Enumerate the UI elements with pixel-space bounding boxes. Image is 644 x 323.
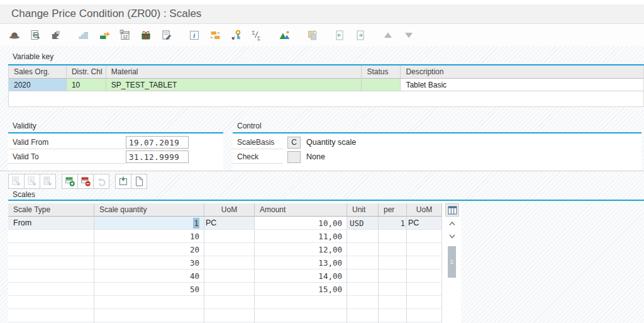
column-header-scale-quantity[interactable]: Scale quantity (94, 203, 204, 217)
distr-chl-value[interactable]: 10 (67, 79, 106, 91)
empty-cell[interactable] (255, 296, 347, 309)
next-record-button[interactable] (354, 29, 367, 42)
scale-quantity-cell[interactable]: 40 (94, 269, 204, 283)
empty-cell[interactable] (407, 296, 442, 309)
condition-key-button[interactable] (230, 29, 242, 42)
texts-button[interactable] (160, 29, 173, 42)
uom-cell[interactable] (204, 269, 255, 283)
column-header-per-uom[interactable]: UoM (407, 203, 442, 217)
per-cell[interactable]: 1 (379, 217, 407, 230)
delete-line-button[interactable] (77, 174, 94, 189)
select-block-button[interactable] (24, 174, 40, 189)
scalebasis-code-box[interactable]: C (287, 137, 301, 149)
table-scroll-up-button[interactable] (445, 217, 459, 230)
empty-cell[interactable] (204, 309, 255, 322)
scale-type-cell[interactable]: From (8, 217, 94, 230)
per-cell[interactable] (379, 283, 407, 296)
analysis-button[interactable] (278, 29, 291, 42)
column-header-unit[interactable]: Unit (347, 203, 379, 217)
key-combination-button[interactable] (209, 29, 221, 42)
empty-cell[interactable] (347, 309, 379, 322)
display-change-button[interactable] (8, 29, 21, 42)
valid-to-field[interactable] (126, 150, 189, 163)
per-uom-cell[interactable] (407, 283, 442, 296)
scales-button[interactable] (77, 29, 90, 42)
copy-condition-button[interactable] (306, 29, 318, 42)
scale-quantity-cell[interactable]: 50 (94, 283, 204, 296)
copy-lines-button[interactable] (115, 174, 131, 189)
per-uom-cell[interactable] (407, 256, 442, 269)
empty-cell[interactable] (255, 309, 347, 322)
table-scrollbar-thumb[interactable] (448, 246, 456, 278)
unit-cell[interactable] (347, 256, 379, 269)
empty-cell[interactable] (94, 296, 204, 309)
per-uom-cell[interactable] (407, 243, 442, 256)
empty-cell[interactable] (379, 296, 407, 309)
table-settings-button[interactable] (445, 203, 459, 217)
previous-record-button[interactable] (333, 29, 346, 42)
supplement-condition-button[interactable] (50, 29, 62, 42)
valid-from-field[interactable] (126, 136, 189, 149)
cumulative-values-button[interactable]: Σ Σ (250, 29, 263, 42)
select-entries-button[interactable] (8, 174, 25, 189)
empty-cell[interactable] (407, 309, 442, 322)
undo-button[interactable] (93, 174, 109, 189)
per-uom-cell[interactable]: PC (407, 217, 442, 230)
per-uom-cell[interactable] (407, 269, 442, 283)
column-header-amount[interactable]: Amount (255, 203, 347, 217)
select-all-button[interactable] (40, 174, 56, 189)
unit-cell[interactable] (347, 243, 379, 256)
material-value[interactable]: SP_TEST_TABLET (106, 79, 362, 91)
free-goods-button[interactable] (140, 29, 152, 42)
scale-quantity-cell[interactable]: 10 (94, 230, 204, 243)
empty-cell[interactable] (8, 296, 94, 309)
column-header-uom[interactable]: UoM (204, 203, 255, 217)
amount-cell[interactable]: 13,00 (255, 256, 347, 269)
amount-cell[interactable]: 14,00 (255, 269, 347, 283)
empty-cell[interactable] (8, 309, 94, 322)
status-value[interactable] (362, 79, 401, 91)
sales-org-value[interactable]: 2020 (9, 79, 67, 91)
scroll-down-button[interactable] (402, 29, 415, 42)
scale-type-cell[interactable] (8, 230, 94, 243)
unit-cell[interactable]: USD (347, 217, 379, 230)
check-code-box[interactable] (287, 151, 301, 163)
scale-type-cell[interactable] (8, 243, 94, 256)
uom-cell[interactable] (204, 283, 255, 296)
scale-quantity-cell-focused[interactable]: 1 (94, 217, 204, 230)
amount-cell[interactable]: 15,00 (255, 283, 347, 296)
insert-line-button[interactable] (62, 174, 78, 189)
per-cell[interactable] (379, 243, 407, 256)
table-scroll-down-button[interactable] (445, 230, 459, 242)
description-value[interactable]: Tablet Basic (401, 79, 643, 91)
uom-cell[interactable] (204, 230, 255, 243)
empty-cell[interactable] (379, 309, 407, 322)
amount-cell[interactable]: 11,00 (255, 230, 347, 243)
scale-type-cell[interactable] (8, 256, 94, 269)
empty-cell[interactable] (94, 309, 204, 322)
column-header-per[interactable]: per (379, 203, 407, 217)
unit-cell[interactable] (347, 283, 379, 296)
amount-cell[interactable]: 10,00 (255, 217, 347, 230)
per-cell[interactable] (379, 256, 407, 269)
uom-cell[interactable] (204, 243, 255, 256)
per-uom-cell[interactable] (407, 230, 442, 243)
scale-quantity-cell[interactable]: 20 (94, 243, 204, 256)
find-record-button[interactable] (29, 29, 42, 42)
per-cell[interactable] (379, 230, 407, 243)
unit-cell[interactable] (347, 269, 379, 283)
empty-cell[interactable] (347, 296, 379, 309)
column-header-scale-type[interactable]: Scale Type (8, 203, 94, 217)
goto-details-button[interactable] (98, 29, 111, 42)
uom-cell[interactable]: PC (204, 217, 255, 230)
info-button[interactable]: i (188, 29, 201, 42)
uom-cell[interactable] (204, 256, 255, 269)
scale-quantity-cell[interactable]: 30 (94, 256, 204, 269)
per-cell[interactable] (379, 269, 407, 283)
scroll-up-button[interactable] (382, 29, 394, 42)
validity-periods-button[interactable]: 12 1 (119, 29, 131, 42)
amount-cell[interactable]: 12,00 (255, 243, 347, 256)
scale-type-cell[interactable] (8, 269, 94, 283)
new-line-button[interactable] (131, 174, 147, 189)
empty-cell[interactable] (204, 296, 255, 309)
